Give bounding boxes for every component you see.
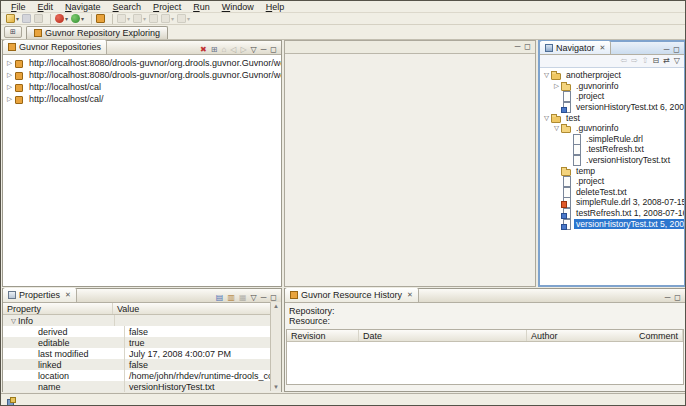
menu-item[interactable]: Window bbox=[216, 2, 260, 12]
toolbar-button[interactable] bbox=[96, 14, 105, 23]
toolbar-button[interactable] bbox=[6, 14, 19, 23]
open-perspective-button[interactable]: ⊞ bbox=[4, 26, 22, 38]
repository-tree-item[interactable]: http://localhost:8080/drools-guvnor/org.… bbox=[3, 57, 281, 69]
dropdown-arrow-icon[interactable] bbox=[187, 15, 190, 22]
restore-default-icon[interactable]: ▦ bbox=[239, 294, 247, 302]
history-column-header[interactable]: Comment bbox=[635, 330, 683, 341]
dropdown-arrow-icon[interactable] bbox=[143, 15, 146, 22]
history-column-header[interactable]: Date bbox=[359, 330, 527, 341]
expander-icon[interactable] bbox=[552, 124, 561, 132]
minimize-icon[interactable]: ─ bbox=[515, 43, 521, 51]
expander-icon[interactable] bbox=[5, 59, 14, 67]
expander-icon[interactable] bbox=[5, 83, 14, 91]
tree-item[interactable]: anotherproject bbox=[540, 70, 684, 81]
expander-icon[interactable] bbox=[542, 114, 551, 122]
toolbar-button[interactable] bbox=[133, 14, 146, 23]
menu-item[interactable]: Edit bbox=[32, 2, 60, 12]
toolbar-button[interactable] bbox=[149, 14, 158, 23]
view-menu-icon[interactable]: ▽ bbox=[251, 46, 257, 54]
tree-item[interactable]: deleteTest.txt bbox=[540, 187, 684, 198]
tree-item[interactable]: .testRefresh.txt bbox=[540, 144, 684, 155]
show-advanced-icon[interactable]: ▥ bbox=[227, 294, 235, 302]
up-icon[interactable]: ⇧ bbox=[642, 57, 649, 65]
property-row[interactable]: derived false bbox=[3, 326, 281, 337]
tab-guvnor-resource-history[interactable]: Guvnor Resource History ✕ bbox=[285, 288, 419, 302]
tab-properties[interactable]: Properties ✕ bbox=[3, 288, 77, 302]
close-icon[interactable]: ✕ bbox=[65, 291, 71, 299]
history-column-header[interactable]: Revision bbox=[287, 330, 359, 341]
scroll-down-icon[interactable]: ▼ bbox=[273, 384, 279, 390]
toolbar-button[interactable] bbox=[34, 14, 43, 23]
tree-item[interactable]: .guvnorinfo bbox=[540, 81, 684, 92]
toolbar-button[interactable] bbox=[117, 14, 130, 23]
repository-tree-item[interactable]: http://localhost/cal bbox=[3, 81, 281, 93]
collapse-all-icon[interactable]: ⊟ bbox=[652, 57, 659, 65]
close-icon[interactable]: ✕ bbox=[600, 44, 606, 52]
toolbar-button[interactable] bbox=[161, 14, 174, 23]
tree-item[interactable]: .simpleRule.drl bbox=[540, 134, 684, 145]
view-menu-icon[interactable]: ▽ bbox=[251, 294, 257, 302]
add-repository-icon[interactable]: ⊞ bbox=[211, 46, 218, 54]
tree-item[interactable]: testRefresh.txt 1, 2008-07-16T15:15:21 bbox=[540, 208, 684, 219]
go-forward-icon[interactable]: ▷ bbox=[240, 46, 246, 54]
property-row[interactable]: location /home/john/rhdev/runtime-drools… bbox=[3, 370, 281, 381]
dropdown-arrow-icon[interactable] bbox=[171, 15, 174, 22]
minimize-icon[interactable]: ─ bbox=[261, 294, 267, 302]
repository-tree-item[interactable]: http://localhost/cal/ bbox=[3, 93, 281, 105]
toolbar-button[interactable] bbox=[177, 14, 190, 23]
menu-item[interactable]: Project bbox=[147, 2, 187, 12]
menu-item[interactable]: File bbox=[5, 2, 32, 12]
tree-item[interactable]: versionHistoryTest.txt 5, 2008-07-17T15 bbox=[540, 218, 684, 229]
tree-item[interactable]: .versionHistoryTest.txt bbox=[540, 155, 684, 166]
column-header-property[interactable]: Property bbox=[3, 303, 113, 314]
maximize-icon[interactable]: ◻ bbox=[524, 43, 531, 51]
tree-item[interactable]: .project bbox=[540, 91, 684, 102]
property-row[interactable]: last modified July 17, 2008 4:00:07 PM bbox=[3, 348, 281, 359]
expander-icon[interactable] bbox=[5, 71, 14, 79]
maximize-icon[interactable]: ◻ bbox=[270, 294, 277, 302]
go-home-icon[interactable]: ⌂ bbox=[221, 46, 226, 54]
repository-tree-item[interactable]: http://localhost:8080/drools-guvnor/org.… bbox=[3, 69, 281, 81]
property-row[interactable]: linked false bbox=[3, 359, 281, 370]
toolbar-button[interactable] bbox=[50, 14, 51, 24]
forward-icon[interactable]: ⇨ bbox=[631, 57, 638, 65]
maximize-icon[interactable]: ◻ bbox=[270, 46, 277, 54]
expander-icon[interactable] bbox=[5, 95, 14, 103]
menu-item[interactable]: Run bbox=[187, 2, 216, 12]
property-row[interactable]: Info bbox=[3, 315, 281, 326]
vertical-scrollbar[interactable]: ▲▼ bbox=[270, 302, 281, 391]
scroll-up-icon[interactable]: ▲ bbox=[273, 303, 279, 309]
history-column-header[interactable]: Author bbox=[527, 330, 635, 341]
tab-navigator[interactable]: Navigator ✕ bbox=[540, 41, 611, 54]
close-icon[interactable]: ✕ bbox=[407, 291, 413, 299]
dropdown-arrow-icon[interactable] bbox=[16, 15, 19, 22]
minimize-icon[interactable]: ─ bbox=[664, 46, 670, 54]
tree-item[interactable]: versionHistoryTest.txt 6, 2008-07-17T15 bbox=[540, 102, 684, 113]
view-menu-icon[interactable]: ▽ bbox=[674, 57, 680, 65]
property-row[interactable]: name versionHistoryTest.txt bbox=[3, 381, 281, 392]
expander-icon[interactable] bbox=[552, 82, 561, 90]
toolbar-button[interactable] bbox=[55, 14, 68, 23]
expander-icon[interactable] bbox=[542, 71, 551, 79]
dropdown-arrow-icon[interactable] bbox=[65, 15, 68, 22]
column-header-value[interactable]: Value bbox=[113, 304, 281, 314]
tree-item[interactable]: .guvnorinfo bbox=[540, 123, 684, 134]
expander-icon[interactable] bbox=[9, 317, 18, 325]
menu-item[interactable]: Search bbox=[107, 2, 148, 12]
dropdown-arrow-icon[interactable] bbox=[81, 15, 84, 22]
dropdown-arrow-icon[interactable] bbox=[127, 15, 130, 22]
toolbar-button[interactable] bbox=[22, 14, 31, 23]
toolbar-button[interactable] bbox=[112, 14, 113, 24]
toolbar-button[interactable] bbox=[71, 14, 84, 23]
menu-item[interactable]: Help bbox=[260, 2, 291, 12]
tab-guvnor-repositories[interactable]: Guvnor Repositories bbox=[3, 40, 107, 54]
show-categories-icon[interactable]: ▤ bbox=[216, 294, 224, 302]
maximize-icon[interactable]: ◻ bbox=[674, 294, 681, 302]
go-back-icon[interactable]: ◁ bbox=[230, 46, 236, 54]
back-icon[interactable]: ⇦ bbox=[620, 57, 627, 65]
perspective-tab-guvnor-repository-exploring[interactable]: Guvnor Repository Exploring bbox=[26, 26, 168, 39]
minimize-icon[interactable]: ─ bbox=[665, 294, 671, 302]
property-row[interactable]: editable true bbox=[3, 337, 281, 348]
link-with-editor-icon[interactable]: ⇄ bbox=[663, 57, 670, 65]
toolbar-button[interactable] bbox=[91, 14, 92, 24]
